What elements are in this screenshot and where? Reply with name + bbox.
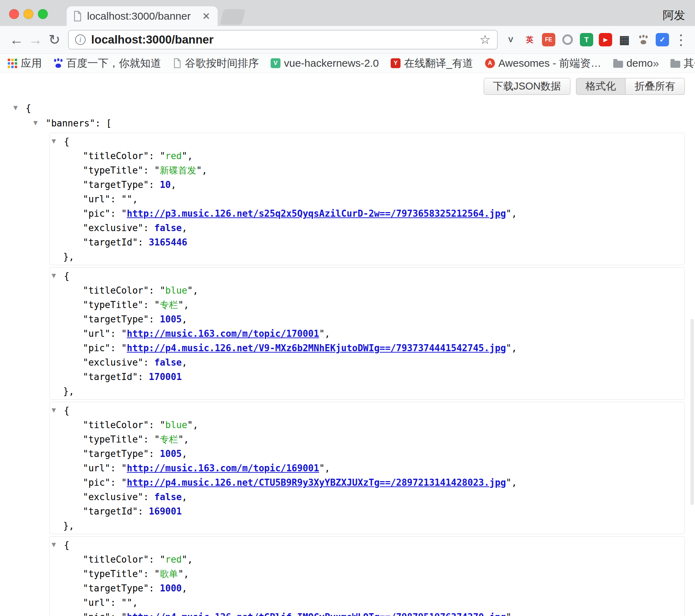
page-info-icon[interactable]: i	[75, 34, 86, 45]
other-bookmarks-button[interactable]: 其他书签	[670, 56, 695, 71]
scrollbar[interactable]	[690, 73, 694, 616]
json-row: "titleColor": "red",	[50, 552, 684, 567]
baidu-paw-icon	[54, 59, 63, 68]
bookmark-item[interactable]: 百度一下，你就知道	[54, 56, 161, 71]
json-object-box: ▼{"titleColor": "blue","typeTitle": "专栏"…	[49, 402, 685, 534]
vimium-extension-icon[interactable]: V	[503, 32, 519, 48]
translate-extension-icon: 英	[523, 33, 536, 46]
bookmark-label: 谷歌按时间排序	[185, 56, 259, 71]
scrollbar-thumb[interactable]	[690, 319, 694, 505]
collapse-triangle-icon[interactable]: ▼	[52, 537, 64, 552]
json-link[interactable]: http://music.163.com/m/topic/169001	[127, 463, 319, 473]
json-row: ▼{	[50, 268, 684, 283]
address-bar[interactable]: i localhost:3000/banner ☆	[68, 30, 498, 50]
json-row: "targetId": 3165446	[50, 235, 684, 250]
json-row: "targetType": 1005,	[50, 447, 684, 461]
json-row: "url": "",	[50, 596, 684, 610]
security-extension-icon: ✓	[656, 33, 669, 46]
json-viewer-toolbar: 下载JSON数据 格式化 折叠所有	[0, 73, 685, 95]
page-favicon-icon	[73, 11, 82, 21]
json-row: "pic": "http://p4.music.126.net/V9-MXz6b…	[50, 341, 684, 355]
json-row: ▼{	[0, 100, 685, 116]
collapse-triangle-icon[interactable]: ▼	[52, 268, 64, 283]
collapse-all-button[interactable]: 折叠所有	[626, 78, 685, 95]
folder-icon	[613, 61, 623, 68]
json-object-box: ▼{"titleColor": "red","typeTitle": "新碟首发…	[49, 133, 685, 265]
bookmarks-bar-items: 应用百度一下，你就知道谷歌按时间排序Vvue-hackernews-2.0Y在线…	[8, 56, 653, 71]
bookmark-item[interactable]: 应用	[8, 56, 42, 71]
awesomes-icon: A	[485, 58, 495, 68]
collapse-triangle-icon[interactable]: ▼	[52, 134, 64, 148]
browser-tab[interactable]: localhost:3000/banner ×	[67, 6, 218, 26]
json-row: ▼{	[50, 134, 684, 149]
json-row: "typeTitle": "新碟首发",	[50, 163, 684, 178]
json-row: "url": "",	[50, 192, 684, 207]
bookmark-item[interactable]: Vvue-hackernews-2.0	[271, 57, 379, 69]
json-row: "targetType": 1000,	[50, 581, 684, 596]
back-button[interactable]: ←	[7, 32, 26, 48]
format-button[interactable]: 格式化	[576, 78, 626, 95]
green-extension-icon[interactable]: T	[578, 32, 595, 48]
format-button-group: 格式化 折叠所有	[576, 78, 685, 95]
browser-window: localhost:3000/banner × 阿发 ← → ↻ i local…	[0, 0, 695, 616]
bookmarks-overflow-chevron[interactable]: »	[653, 57, 659, 70]
json-link[interactable]: http://p4.music.126.net/V9-MXz6b2MNhEKju…	[127, 343, 506, 353]
bookmark-item[interactable]: demo	[613, 57, 653, 69]
paw-extension-icon	[639, 35, 648, 44]
window-zoom-button[interactable]	[38, 9, 48, 19]
bookmark-item[interactable]: 谷歌按时间排序	[173, 56, 259, 71]
vue-icon: V	[271, 58, 280, 68]
json-link[interactable]: http://p4.music.126.net/tGPljf-IMOCyPvum…	[127, 612, 506, 616]
collapse-triangle-icon[interactable]: ▼	[13, 100, 26, 115]
new-tab-button[interactable]	[220, 9, 246, 25]
collapse-triangle-icon[interactable]: ▼	[33, 116, 46, 130]
profile-name: 阿发	[663, 8, 685, 23]
bookmark-item[interactable]: AAwesomes - 前端资…	[485, 56, 601, 71]
green-extension-icon: T	[580, 33, 593, 46]
vimium-extension-icon: V	[504, 33, 517, 46]
browser-toolbar: ← → ↻ i localhost:3000/banner ☆ V英FET▶▦✓…	[0, 26, 695, 54]
bookmarks-bar: 应用百度一下，你就知道谷歌按时间排序Vvue-hackernews-2.0Y在线…	[0, 54, 695, 73]
json-row: "pic": "http://p4.music.126.net/tGPljf-I…	[50, 610, 684, 616]
collapse-triangle-icon[interactable]: ▼	[52, 403, 64, 417]
fehelper-extension-icon[interactable]: FE	[541, 32, 557, 48]
bookmark-item[interactable]: Y在线翻译_有道	[391, 56, 473, 71]
window-controls	[9, 9, 48, 19]
json-row: "exclusive": false,	[50, 490, 684, 504]
download-json-button[interactable]: 下载JSON数据	[484, 78, 570, 95]
tab-title: localhost:3000/banner	[87, 10, 201, 22]
tab-strip: localhost:3000/banner × 阿发	[0, 0, 695, 26]
security-extension-icon[interactable]: ✓	[654, 32, 670, 48]
tab-close-icon[interactable]: ×	[201, 10, 211, 22]
bookmark-label: 应用	[21, 56, 42, 71]
window-minimize-button[interactable]	[24, 9, 33, 19]
json-link[interactable]: http://music.163.com/m/topic/170001	[127, 328, 319, 339]
json-link[interactable]: http://p4.music.126.net/CTU5B9R9y3XyYBZX…	[127, 477, 506, 488]
folder-icon	[670, 61, 680, 68]
youtube-extension-icon[interactable]: ▶	[597, 32, 614, 48]
browser-menu-icon[interactable]: ⋮	[674, 32, 688, 48]
window-close-button[interactable]	[9, 9, 19, 19]
json-row: "titleColor": "blue",	[50, 283, 684, 298]
qrcode-extension-icon[interactable]: ▦	[616, 32, 633, 48]
json-row: "targetId": 170001	[50, 370, 684, 384]
paw-extension-icon[interactable]	[635, 32, 651, 48]
translate-extension-icon[interactable]: 英	[522, 32, 538, 48]
reload-button[interactable]: ↻	[45, 32, 64, 48]
json-row: "typeTitle": "专栏",	[50, 432, 684, 447]
json-row: "pic": "http://p4.music.126.net/CTU5B9R9…	[50, 476, 684, 490]
json-row: "typeTitle": "歌单",	[50, 567, 684, 581]
bookmark-label: 百度一下，你就知道	[66, 56, 161, 71]
json-row: "url": "http://music.163.com/m/topic/169…	[50, 461, 684, 476]
json-row: },	[50, 384, 684, 399]
bookmark-label: demo	[627, 57, 653, 69]
json-row: "url": "http://music.163.com/m/topic/170…	[50, 327, 684, 341]
bookmark-label: vue-hackernews-2.0	[284, 57, 379, 69]
fehelper-extension-icon: FE	[542, 33, 555, 46]
bookmark-star-icon[interactable]: ☆	[479, 32, 491, 47]
forward-button[interactable]: →	[26, 32, 45, 48]
json-object-box: ▼{"titleColor": "blue","typeTitle": "专栏"…	[49, 267, 685, 400]
url-text: localhost:3000/banner	[91, 33, 476, 46]
json-link[interactable]: http://p3.music.126.net/s25q2x5QyqsAzilC…	[127, 208, 506, 219]
proxy-extension-icon[interactable]	[560, 32, 576, 48]
